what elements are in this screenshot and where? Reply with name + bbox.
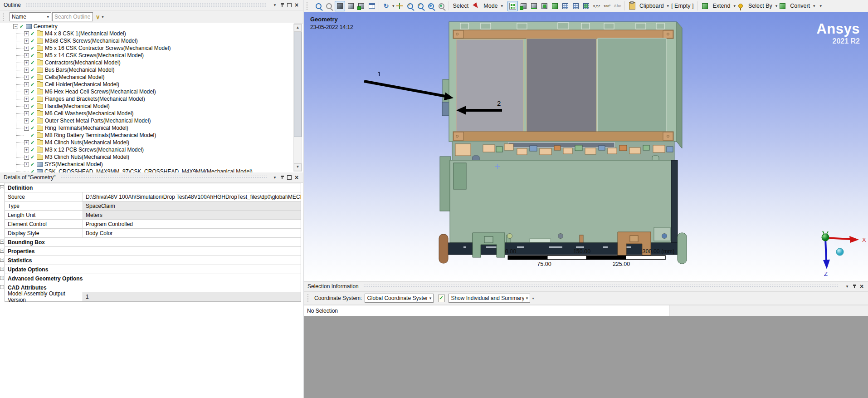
details-row-source[interactable]: SourceD:\Shiva\48V 100Ah\Simulation\Drop… — [5, 192, 301, 201]
viewports-icon[interactable] — [367, 1, 376, 11]
convert-dropdown[interactable]: Convert — [790, 3, 810, 9]
expand-icon[interactable] — [24, 162, 29, 167]
element-face-filter-icon[interactable] — [571, 1, 580, 11]
expand-icon[interactable] — [24, 75, 29, 80]
model-lower-panel[interactable] — [450, 160, 678, 243]
scroll-down-icon[interactable] — [294, 163, 302, 171]
graphics-viewport[interactable]: 1 2 0.00 150.00 300.00 (mm) 75.00 225.00 — [304, 12, 868, 281]
triad[interactable]: X Z — [822, 231, 866, 277]
face-filter-icon[interactable] — [540, 1, 549, 11]
vertex-filter-icon[interactable] — [519, 1, 528, 11]
tree-item[interactable]: M4 Clinch Nuts(Mechanical Model) — [0, 139, 294, 146]
zoom-fit-icon[interactable] — [426, 1, 436, 11]
panel-menu-icon[interactable] — [844, 283, 851, 290]
chevron-down-icon[interactable] — [392, 4, 395, 8]
extend-icon[interactable] — [700, 1, 710, 11]
details-row-element-control[interactable]: Element ControlProgram Controlled — [5, 220, 301, 229]
select-cursor-icon[interactable] — [471, 1, 481, 11]
annotation-icon[interactable] — [613, 1, 622, 11]
tree-item[interactable]: Cell Holder(Mechanical Model) — [0, 81, 294, 88]
tree-item-geometry[interactable]: Geometry — [0, 23, 294, 30]
tree-item[interactable]: Contractors(Mechanical Model) — [0, 59, 294, 66]
pan-icon[interactable] — [395, 1, 405, 11]
details-row-display-style[interactable]: Display StyleBody Color — [5, 229, 301, 238]
details-section-update-options[interactable]: Update Options — [5, 265, 301, 274]
tree-item[interactable]: Handle(Mechanical Model) — [0, 103, 294, 110]
expand-icon[interactable] — [24, 104, 29, 109]
chevron-down-icon[interactable] — [813, 4, 815, 8]
expand-icon[interactable] — [24, 82, 29, 87]
tree-item[interactable]: M5 x 16 CSK Contractor Screws(Mechanical… — [0, 44, 294, 52]
model-canvas[interactable]: 1 2 0.00 150.00 300.00 (mm) 75.00 225.00 — [304, 12, 868, 281]
rotation-angle-icon[interactable] — [602, 1, 612, 11]
toolbar-overflow-icon[interactable] — [532, 296, 534, 300]
tree-item[interactable]: M5 x 14 CSK Screws(Mechanical Model) — [0, 52, 294, 59]
select-by-dropdown[interactable]: Select By — [748, 3, 772, 9]
tree-item[interactable]: Outer Sheet Metal Parts(Mechanical Model… — [0, 117, 294, 124]
model-battery-pack[interactable] — [439, 22, 687, 264]
section-collapse-icon[interactable] — [0, 185, 4, 189]
expand-icon[interactable] — [24, 60, 29, 65]
tree-item[interactable]: Ring Terminals(Mechanical Model) — [0, 124, 294, 132]
tree-item[interactable]: M6 Cell Washers(Mechanical Model) — [0, 110, 294, 117]
pointer-mode-icon[interactable] — [507, 1, 518, 11]
shaded-exterior-icon[interactable] — [335, 1, 345, 11]
expand-icon[interactable] — [24, 118, 29, 123]
details-title-bar[interactable]: Details of "Geometry" — [0, 172, 303, 183]
tree-item[interactable]: Flanges and Brackets(Mechanical Model) — [0, 95, 294, 103]
pin-icon[interactable] — [851, 283, 858, 290]
tree-item[interactable]: CSK_CROSSHEAD_M4X9MM_97\CSK_CROSSHEAD_M4… — [0, 168, 294, 172]
section-plane-icon[interactable] — [356, 1, 366, 11]
display-mode-dropdown[interactable]: Show Individual and Summary — [449, 294, 530, 303]
zoom-in-icon[interactable]: + — [405, 1, 415, 11]
body-filter-icon[interactable] — [550, 1, 560, 11]
details-section-statistics[interactable]: Statistics — [5, 256, 301, 265]
wireframe-icon[interactable] — [346, 1, 356, 11]
clipboard-dropdown[interactable]: Clipboard — [639, 3, 664, 9]
expand-icon[interactable] — [24, 53, 29, 58]
expand-icon[interactable] — [24, 97, 29, 102]
scrollbar-thumb[interactable] — [294, 32, 302, 137]
tree-item[interactable]: M4 x 8 CSK 1(Mechanical Model) — [0, 30, 294, 37]
coordinates-probe-icon[interactable] — [592, 1, 601, 11]
expand-icon[interactable] — [24, 147, 29, 152]
tree-item[interactable]: Cells(Mechanical Model) — [0, 74, 294, 81]
rotate-icon[interactable] — [381, 1, 391, 11]
select-by-icon[interactable] — [736, 1, 746, 11]
expand-icon[interactable] — [24, 126, 29, 131]
section-collapse-icon[interactable] — [0, 285, 4, 289]
expand-icon[interactable] — [24, 155, 29, 160]
tree-item[interactable]: M8 Ring Battery Terminals(Mechanical Mod… — [0, 132, 294, 139]
details-section-bounding-box[interactable]: Bounding Box — [5, 238, 301, 247]
box-zoom-icon[interactable] — [314, 1, 323, 11]
convert-icon[interactable] — [778, 1, 787, 11]
maximize-icon[interactable] — [286, 2, 293, 9]
zoom-box-icon[interactable]: + — [416, 1, 425, 11]
details-section-advanced-geometry-options[interactable]: Advanced Geometry Options — [5, 274, 301, 283]
section-expand-icon[interactable] — [0, 240, 4, 244]
tree-item[interactable]: M6 Hex Head Cell Screws(Mechanical Model… — [0, 88, 294, 95]
collapse-icon[interactable] — [13, 24, 18, 29]
pin-icon[interactable] — [278, 2, 286, 9]
edit-selection-icon[interactable] — [438, 295, 445, 302]
expand-icon[interactable] — [24, 46, 29, 51]
details-row-model-assembly-output-version[interactable]: Model Assembly Output Version1 — [5, 292, 301, 301]
tree-item[interactable]: M3 x 12 PCB Screws(Mechanical Model) — [0, 146, 294, 153]
coordinate-system-dropdown[interactable]: Global Coordinate System — [365, 294, 434, 303]
toolbar-drag-handle[interactable] — [307, 2, 310, 10]
panel-menu-icon[interactable] — [271, 2, 278, 9]
scroll-up-icon[interactable] — [294, 24, 302, 32]
filter-type-dropdown[interactable]: Name — [10, 12, 51, 21]
tree-item[interactable]: Bus Bars(Mechanical Model) — [0, 66, 294, 74]
tree-item[interactable]: M3 Clinch Nuts(Mechanical Model) — [0, 153, 294, 161]
expand-collapse-icon[interactable] — [96, 14, 100, 20]
clipboard-icon[interactable] — [627, 1, 637, 11]
close-icon[interactable] — [293, 174, 300, 181]
section-expand-icon[interactable] — [0, 249, 4, 253]
chevron-down-icon[interactable] — [501, 4, 503, 8]
selection-info-title-bar[interactable]: Selection Information — [304, 281, 868, 292]
expand-icon[interactable] — [24, 89, 29, 94]
close-icon[interactable] — [858, 283, 865, 290]
tree-item[interactable]: M3x8 CSK Screws(Mechanical Model) — [0, 37, 294, 44]
zoom-icon[interactable] — [324, 1, 334, 11]
